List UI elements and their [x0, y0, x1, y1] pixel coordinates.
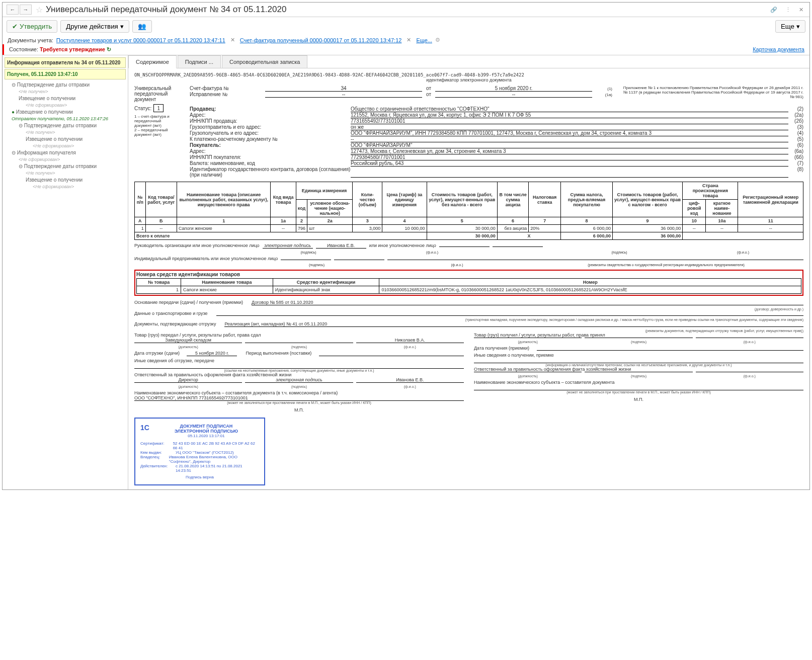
tree-confirm3[interactable]: ⊝ Подтверждение даты отправки [5, 162, 126, 171]
tab-memo[interactable]: Сопроводительная записка [222, 55, 307, 68]
tree-nr3: <Не получен> [5, 171, 126, 176]
status-bar: Состояние: Требуется утверждение ↻ Карто… [3, 44, 809, 55]
sf-value: 34 [265, 86, 422, 92]
sender-info-header[interactable]: Информация отправителя № 34 от 05.11.202… [5, 57, 126, 68]
signature-stamp: 1С ДОКУМЕНТ ПОДПИСАН ЭЛЕКТРОННОЙ ПОДПИСЬ… [134, 418, 265, 485]
kebab-icon[interactable]: ⋮ [783, 6, 793, 14]
close-icon[interactable]: ✕ [797, 6, 805, 14]
users-button[interactable]: 👥 [132, 20, 152, 33]
check-icon: ✔ [12, 23, 18, 30]
window-title: Универсальный передаточный документ № 34… [46, 5, 768, 15]
refresh-icon[interactable]: ↻ [107, 46, 111, 52]
docs-label: Документы учета: [8, 37, 53, 43]
close-doc1[interactable]: ✕ [230, 37, 235, 43]
toolbar: ✔Утвердить Другие действия ▾ 👥 Еще ▾ [3, 17, 809, 36]
tree-nf2: <Не сформирован> [5, 143, 126, 148]
tree-notice4[interactable]: Извещение о получении [5, 176, 126, 184]
approve-button[interactable]: ✔Утвердить [7, 20, 57, 33]
status-value: Требуется утверждение [40, 46, 105, 52]
upd-title: Универсальный передаточный документ [134, 86, 180, 102]
titlebar: ← → ☆ Универсальный передаточный докумен… [3, 3, 809, 17]
appendix-note: Приложение № 1 к постановлению Правитель… [622, 86, 803, 102]
table-row: 1--Сапоги женские--796шт3,00010 000,0030… [135, 225, 803, 232]
tab-content[interactable]: Содержимое [128, 55, 177, 68]
tab-signatures[interactable]: Подписи ... [178, 55, 221, 68]
tree-not-formed: <Не сформирован> [5, 103, 126, 108]
file-identifier: ON_NSCHFDOPPRMARK_2AEDD9A8595-96EB-4865-… [134, 72, 803, 77]
tree-nf3: <Не сформирован> [5, 157, 126, 162]
tree-sent: Отправлен получателю, 05.11.2020 13:47:2… [5, 116, 126, 121]
close-doc2[interactable]: ✕ [407, 37, 411, 43]
tree-notice3[interactable]: Извещение о получении [5, 135, 126, 143]
favorite-icon[interactable]: ☆ [36, 5, 43, 15]
tree-nf4: <Не сформирован> [5, 184, 126, 189]
status-code: 1 [153, 104, 164, 112]
tree-not-received: <Не получен> [5, 89, 126, 94]
doc-more-link[interactable]: Еще... [416, 37, 432, 43]
tree-nr2: <Не получен> [5, 130, 126, 135]
tabs: Содержимое Подписи ... Сопроводительная … [128, 55, 809, 68]
tree-notice2[interactable]: ● Извещение о получении [5, 108, 126, 116]
received-status: Получен, 05.11.2020 13:47:10 [5, 69, 126, 79]
right-panel: Содержимое Подписи ... Сопроводительная … [128, 55, 809, 489]
tree-confirm-date[interactable]: ⊝ Подтверждение даты отправки [5, 80, 126, 89]
identification-block: Номера средств идентификации товаров № т… [134, 270, 803, 296]
tree-notice[interactable]: Извещение о получении [5, 94, 126, 103]
gear-icon[interactable]: ⚙ [435, 37, 440, 43]
doc-links-row: Документы учета: Поступление товаров и у… [3, 36, 809, 44]
link-icon[interactable]: 🔗 [768, 6, 779, 14]
left-panel: Информация отправителя № 34 от 05.11.202… [3, 55, 128, 489]
back-button[interactable]: ← [7, 5, 19, 15]
tree-receiver[interactable]: ⊝ Информация получателя [5, 148, 126, 157]
sf-date: 5 ноября 2020 г. [435, 86, 592, 92]
sf-label: Счет-фактура № [190, 86, 265, 91]
more-button[interactable]: Еще ▾ [775, 20, 805, 33]
forward-button[interactable]: → [20, 5, 32, 15]
doc-link-2[interactable]: Счет-фактура полученный 0000-000017 от 0… [240, 37, 402, 43]
doc-card-link[interactable]: Карточка документа [753, 46, 804, 53]
other-actions-button[interactable]: Другие действия ▾ [60, 20, 129, 33]
doc-link-1[interactable]: Поступление товаров и услуг 0000-000017 … [56, 37, 225, 43]
items-table: № п/п Код товара/ работ, услуг Наименова… [134, 182, 803, 240]
file-sub: идентификатор электронного документа [134, 77, 803, 82]
status-label: Состояние: [9, 46, 38, 52]
tree-confirm2[interactable]: ⊝ Подтверждение даты отправки [5, 121, 126, 130]
